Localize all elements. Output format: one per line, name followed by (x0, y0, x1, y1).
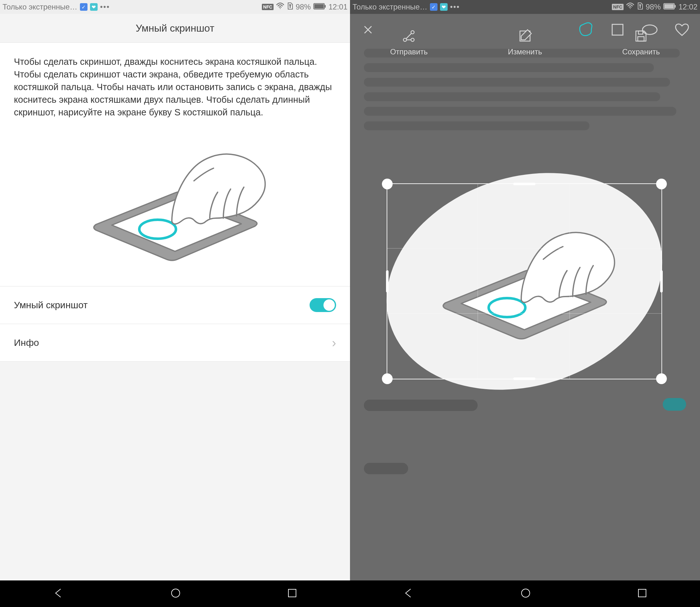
crop-handle-left[interactable] (386, 270, 389, 292)
sim-icon (287, 2, 293, 12)
edit-label: Изменить (508, 47, 542, 56)
svg-point-18 (411, 38, 414, 41)
save-button[interactable]: Сохранить (622, 29, 660, 56)
clock-text: 12:01 (329, 2, 348, 12)
settings-screen: Только экстренные… ✓ ❤ ••• NFC 98% 12:01 (0, 0, 350, 607)
crop-handle-br[interactable] (656, 373, 667, 384)
svg-rect-3 (314, 4, 324, 8)
nav-recent-icon[interactable] (287, 588, 297, 599)
clock-text: 12:02 (679, 2, 698, 12)
nav-recent-icon[interactable] (637, 588, 647, 599)
check-icon: ✓ (80, 3, 87, 11)
save-label: Сохранить (622, 47, 660, 56)
svg-rect-7 (288, 589, 296, 597)
sim-icon (637, 2, 643, 12)
android-nav-bar (350, 581, 700, 607)
more-icon: ••• (100, 2, 110, 12)
info-row[interactable]: Инфо › (0, 324, 350, 362)
svg-point-22 (522, 589, 530, 597)
page-title: Умный скриншот (0, 14, 350, 42)
svg-rect-9 (639, 4, 641, 5)
nav-back-icon[interactable] (403, 588, 414, 600)
android-nav-bar (0, 581, 350, 607)
screenshot-crop-screen: Только экстренные… ✓ ❤ ••• NFC 98% 12:02 (350, 0, 700, 607)
svg-rect-4 (325, 5, 326, 7)
svg-rect-12 (675, 5, 676, 7)
svg-rect-23 (638, 589, 646, 597)
battery-icon (663, 2, 676, 12)
wifi-icon (626, 2, 634, 12)
share-label: Отправить (390, 47, 428, 56)
status-bar: Только экстренные… ✓ ❤ ••• NFC 98% 12:01 (0, 0, 350, 14)
battery-text: 98% (296, 2, 311, 12)
description-panel: Чтобы сделать скриншот, дважды коснитесь… (0, 42, 350, 287)
toggle-label: Умный скриншот (14, 300, 88, 311)
crop-handle-bl[interactable] (382, 373, 393, 384)
wifi-icon (276, 2, 284, 12)
nav-back-icon[interactable] (53, 588, 64, 600)
svg-rect-0 (290, 5, 291, 8)
carrier-text: Только экстренные… (2, 2, 78, 12)
nav-home-icon[interactable] (520, 588, 531, 600)
crop-handle-tl[interactable] (382, 179, 393, 189)
more-icon: ••• (450, 2, 460, 12)
carrier-text: Только экстренные… (352, 2, 428, 12)
svg-rect-11 (664, 4, 674, 8)
note-icon: ❤ (90, 3, 97, 11)
crop-handle-bottom[interactable] (513, 377, 535, 380)
smart-screenshot-toggle-row[interactable]: Умный скриншот (0, 286, 350, 324)
status-bar: Только экстренные… ✓ ❤ ••• NFC 98% 12:02 (350, 0, 700, 14)
crop-rectangle[interactable] (387, 183, 662, 379)
battery-icon (313, 2, 326, 12)
crop-handle-tr[interactable] (656, 179, 667, 189)
edit-button[interactable]: Изменить (508, 29, 542, 56)
check-icon: ✓ (430, 3, 437, 11)
toggle-switch[interactable] (310, 298, 336, 312)
share-button[interactable]: Отправить (390, 29, 428, 56)
nfc-icon: NFC (612, 4, 624, 10)
chevron-right-icon: › (332, 336, 336, 350)
action-bar: Отправить Изменить Сохранить (350, 19, 700, 66)
crop-handle-right[interactable] (660, 270, 663, 292)
knuckle-illustration (0, 119, 350, 286)
svg-rect-1 (289, 4, 291, 5)
svg-point-6 (172, 589, 180, 597)
crop-handle-top[interactable] (513, 183, 535, 185)
svg-rect-20 (638, 31, 643, 34)
info-label: Инфо (14, 337, 39, 348)
battery-text: 98% (646, 2, 661, 12)
note-icon: ❤ (440, 3, 447, 11)
nfc-icon: NFC (262, 4, 274, 10)
nav-home-icon[interactable] (170, 588, 181, 600)
crop-region[interactable] (387, 183, 662, 379)
svg-rect-8 (640, 5, 641, 8)
svg-rect-21 (638, 37, 644, 41)
description-text: Чтобы сделать скриншот, дважды коснитесь… (0, 43, 350, 119)
